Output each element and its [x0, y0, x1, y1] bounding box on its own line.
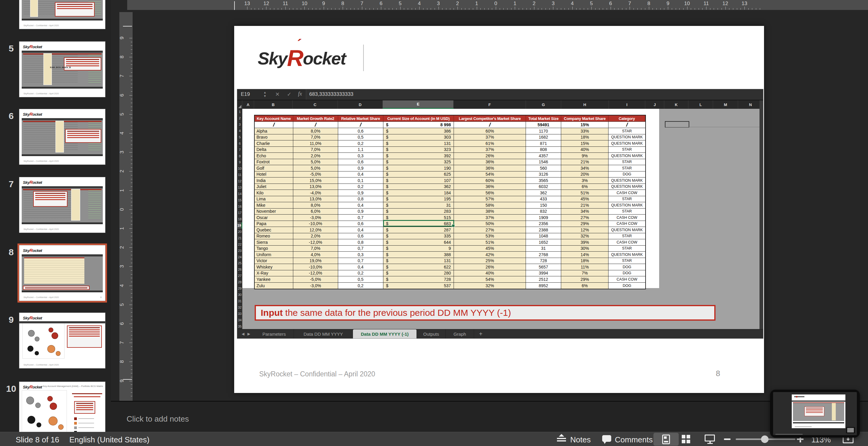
- spreadsheet-screenshot[interactable]: E19 ▲▼ ✕ ✓ fx 683,333333333333 ABCDEFGHI…: [237, 89, 764, 339]
- formula-value: 683,333333333333: [309, 91, 353, 97]
- table-cell: 0,4: [338, 171, 383, 178]
- notes-button[interactable]: Notes: [570, 435, 591, 445]
- table-cell: 6%: [561, 184, 609, 190]
- table-cell: $280: [383, 270, 454, 276]
- table-row: Tango7,0%0,7$945%3130%STAR: [255, 246, 645, 252]
- row-number-10: 10: [237, 165, 242, 172]
- status-bar: Slide 8 of 16 English (United States) No…: [0, 432, 868, 446]
- slide-thumbnail-10[interactable]: SkyRocketKey Account Management (KAM) – …: [19, 382, 105, 432]
- table-cell: Papa: [255, 221, 293, 227]
- table-cell: STAR: [609, 258, 645, 264]
- slide-sorter-icon[interactable]: [682, 435, 690, 443]
- slide-thumbnail-panel[interactable]: SkyRocketSkyRocket – Confidential – Apri…: [0, 0, 111, 432]
- slide-thumbnail-5[interactable]: SkyRocketSkyRocket – Confidential – Apri…: [19, 41, 105, 97]
- table-cell: 1170: [526, 128, 561, 134]
- table-cell: 5657: [526, 264, 561, 270]
- table-cell: $190: [383, 165, 454, 171]
- mini-footer: SkyRocket – Confidential – April 2020: [24, 24, 59, 27]
- table-cell: 1652: [526, 239, 561, 245]
- table-cell: 60%: [454, 178, 526, 184]
- normal-view-icon: [662, 435, 670, 444]
- slide-thumbnail-6[interactable]: SkyRocketSkyRocket – Confidential – Apri…: [19, 109, 105, 164]
- column-header-D: D: [338, 100, 383, 109]
- comments-icon[interactable]: [602, 435, 611, 442]
- table-cell: $31: [383, 202, 454, 208]
- table-cell: $625: [383, 171, 454, 178]
- column-header-G: G: [526, 100, 561, 109]
- table-cell: Bravo: [255, 134, 293, 140]
- row-number-27: 27: [237, 273, 242, 279]
- table-row: India15,0%0,1$10760%35653%QUESTION MARK: [255, 178, 645, 184]
- mini-footer: SkyRocket – Confidential – April 2020: [24, 160, 59, 162]
- table-cell: 8952: [526, 283, 561, 289]
- table-cell: $335: [383, 233, 454, 239]
- summary-cell: 15%: [561, 122, 609, 128]
- column-header-H: H: [561, 100, 609, 109]
- table-cell: Golf: [255, 165, 293, 171]
- table-cell: 31: [526, 246, 561, 252]
- table-cell: 13,0%: [293, 196, 338, 202]
- comments-button[interactable]: Comments: [615, 435, 653, 445]
- add-sheet-tab: +: [474, 329, 487, 339]
- cell-name-box: E19: [241, 91, 250, 97]
- column-header-A: A: [242, 100, 254, 109]
- slide-footer[interactable]: SkyRocket – Confidential – April 2020: [259, 370, 375, 378]
- zoom-slider-thumb[interactable]: [761, 436, 769, 443]
- cancel-entry-icon: ✕: [275, 91, 280, 98]
- horizontal-ruler: 13121110987654321012345678910111213: [127, 0, 868, 10]
- table-cell: November: [255, 209, 293, 215]
- skyrocket-logo[interactable]: SkyR´ocket: [258, 43, 346, 70]
- normal-view-button[interactable]: [653, 433, 679, 446]
- slide-thumbnail-7[interactable]: SkyRocketSkyRocket – Confidential – Apri…: [19, 177, 105, 233]
- table-cell: -12,0%: [293, 270, 338, 276]
- callout-bold-text: Input: [261, 308, 283, 318]
- row-number-1: 1: [237, 109, 242, 115]
- table-cell: 21%: [561, 202, 609, 208]
- table-cell: 40%: [454, 270, 526, 276]
- slide-page-number[interactable]: 8: [716, 369, 720, 378]
- slideshow-icon[interactable]: [705, 435, 715, 442]
- row-number-4: 4: [237, 128, 242, 134]
- notes-icon[interactable]: [557, 434, 566, 442]
- table-cell: -12,0%: [293, 239, 338, 245]
- screen-mirror-overlay[interactable]: [770, 390, 860, 438]
- table-cell: Echo: [255, 153, 293, 159]
- table-header: Key Account Name: [255, 116, 293, 122]
- thumbnail-number: 10: [5, 384, 18, 394]
- table-cell: 36%: [454, 165, 526, 171]
- zoom-out-icon[interactable]: [724, 439, 731, 440]
- notes-pane[interactable]: Click to add notes: [111, 401, 868, 432]
- table-cell: 0,1: [338, 178, 383, 184]
- table-cell: CASH COW: [609, 215, 645, 221]
- row-number-2: 2: [237, 115, 242, 122]
- table-cell: Juliet: [255, 184, 293, 190]
- table-cell: 12,0%: [293, 227, 338, 233]
- table-cell: 29%: [561, 221, 609, 227]
- table-cell: 0,2: [338, 270, 383, 276]
- table-cell: 0,9: [338, 209, 383, 215]
- summary-cell: 59491: [526, 122, 561, 128]
- language-indicator[interactable]: English (United States): [69, 435, 150, 445]
- instruction-callout[interactable]: Input the same data for the previous per…: [255, 305, 715, 321]
- sheet-tab-graph: Graph: [446, 329, 474, 339]
- table-row: Romeo2,0%0,6$33553%104832%STAR: [255, 233, 645, 240]
- row-numbers: 1234567891011121314151617181920212223242…: [237, 109, 242, 330]
- table-row: Yankee-5,0%0,5$72854%251229%CASH COW: [255, 276, 645, 283]
- column-header-L: L: [688, 100, 713, 109]
- table-cell: $392: [383, 153, 454, 159]
- table-cell: 32%: [454, 283, 526, 289]
- table-header: Total Market Size: [526, 116, 561, 122]
- slide-thumbnail-8[interactable]: SkyRocketSkyRocket – Confidential – Apri…: [19, 245, 105, 301]
- sheet-tab-data-dd-mm-yyyy: Data DD MM YYYY: [294, 329, 353, 339]
- table-cell: $388: [383, 252, 454, 258]
- table-cell: 560: [526, 165, 561, 171]
- slide-canvas[interactable]: SkyR´ocket E19 ▲▼ ✕ ✓ fx 683,33333333333…: [234, 26, 764, 393]
- table-cell: 37%: [454, 215, 526, 221]
- selected-cell-outline: [383, 220, 454, 227]
- table-cell: $325: [383, 159, 454, 165]
- slide-thumbnail-partial[interactable]: SkyRocketSkyRocket – Confidential – Apri…: [19, 0, 105, 29]
- slide-thumbnail-9[interactable]: SkyRocketSkyRocket – Confidential – Apri…: [19, 313, 105, 368]
- select-all-corner: [237, 100, 242, 109]
- table-cell: QUESTION MARK: [609, 134, 645, 140]
- row-number-25: 25: [237, 260, 242, 267]
